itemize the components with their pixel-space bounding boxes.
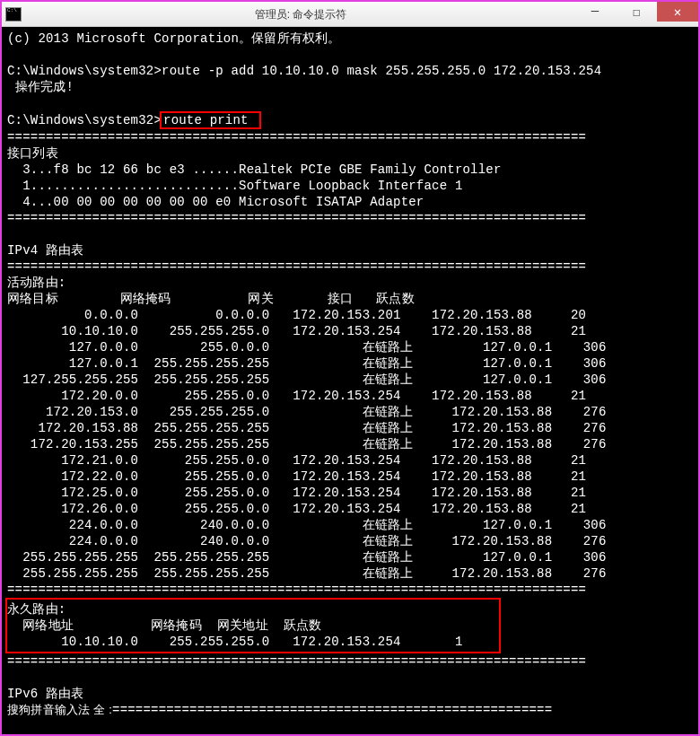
route-row: 127.0.0.1 255.255.255.255 在链路上 127.0.0.1…: [7, 356, 607, 371]
divider-6: ========================================…: [112, 703, 552, 717]
route-row: 255.255.255.255 255.255.255.255 在链路上 127…: [7, 550, 607, 565]
route-row: 224.0.0.0 240.0.0.0 在链路上 172.20.153.88 2…: [7, 534, 607, 548]
copyright-line: (c) 2013 Microsoft Corporation。保留所有权利。: [7, 31, 341, 46]
route-row: 255.255.255.255 255.255.255.255 在链路上 172…: [7, 566, 607, 581]
window-title: 管理员: 命令提示符: [255, 8, 347, 21]
route-row: 172.22.0.0 255.255.0.0 172.20.153.254 17…: [7, 469, 586, 484]
titlebar-buttons: ─ ☐ ✕: [574, 2, 698, 26]
route-row: 127.0.0.0 255.0.0.0 在链路上 127.0.0.1 306: [7, 340, 607, 355]
ipv4-header: IPv4 路由表: [7, 243, 84, 258]
maximize-button[interactable]: ☐: [616, 2, 657, 22]
persistent-route-row: 10.10.10.0 255.255.255.0 172.20.153.254 …: [7, 635, 462, 649]
route-row: 127.255.255.255 255.255.255.255 在链路上 127…: [7, 372, 607, 387]
titlebar-left: [2, 7, 27, 22]
active-routes-header: 活动路由:: [7, 276, 66, 290]
route-row: 172.20.0.0 255.255.0.0 172.20.153.254 17…: [7, 389, 586, 403]
route-row: 172.26.0.0 255.255.0.0 172.20.153.254 17…: [7, 502, 586, 516]
cmd-icon: [5, 7, 22, 22]
interface-2: 4...00 00 00 00 00 00 00 e0 Microsoft IS…: [7, 195, 424, 209]
route-row: 172.20.153.0 255.255.255.0 在链路上 172.20.1…: [7, 405, 607, 419]
prompt-1: C:\Windows\system32>: [7, 64, 162, 78]
route-row: 172.21.0.0 255.255.0.0 172.20.153.254 17…: [7, 453, 586, 468]
persistent-header: 永久路由:: [7, 602, 66, 617]
command-prompt-window: 管理员: 命令提示符 ─ ☐ ✕ (c) 2013 Microsoft Corp…: [2, 2, 698, 734]
route-row: 10.10.10.0 255.255.255.0 172.20.153.254 …: [7, 324, 586, 338]
route-row: 172.20.153.88 255.255.255.255 在链路上 172.2…: [7, 421, 607, 435]
divider-1: ========================================…: [7, 130, 586, 145]
divider-4: ========================================…: [7, 583, 586, 597]
interface-0: 3...f8 bc 12 66 bc e3 ......Realtek PCIe…: [7, 162, 502, 177]
route-row: 224.0.0.0 240.0.0.0 在链路上 127.0.0.1 306: [7, 518, 607, 532]
titlebar: 管理员: 命令提示符 ─ ☐ ✕: [2, 2, 698, 27]
route-columns: 网络目标 网络掩码 网关 接口 跃点数: [7, 292, 415, 306]
result-1: 操作完成!: [7, 80, 74, 94]
ipv6-header: IPv6 路由表: [7, 687, 84, 701]
divider-2: ========================================…: [7, 211, 586, 225]
terminal-content[interactable]: (c) 2013 Microsoft Corporation。保留所有权利。 C…: [2, 27, 698, 734]
route-row: 0.0.0.0 0.0.0.0 172.20.153.201 172.20.15…: [7, 308, 586, 322]
titlebar-title-wrap: 管理员: 命令提示符: [27, 6, 574, 22]
route-row: 172.25.0.0 255.255.0.0 172.20.153.254 17…: [7, 486, 586, 500]
minimize-button[interactable]: ─: [574, 2, 616, 22]
highlighted-command: route print: [160, 111, 261, 129]
prompt-2: C:\Windows\system32>: [7, 113, 162, 127]
persistent-columns: 网络地址 网络掩码 网关地址 跃点数: [7, 618, 322, 633]
persistent-routes-highlight: 永久路由: 网络地址 网络掩码 网关地址 跃点数 10.10.10.0 255.…: [5, 598, 501, 653]
route-row: 172.20.153.255 255.255.255.255 在链路上 172.…: [7, 437, 607, 451]
interface-1: 1...........................Software Loo…: [7, 179, 462, 193]
interface-list-header: 接口列表: [7, 146, 58, 161]
divider-5: ========================================…: [7, 654, 586, 669]
ime-status-bar: 搜狗拼音输入法 全 :: [7, 703, 112, 716]
divider-3: ========================================…: [7, 259, 586, 274]
close-button[interactable]: ✕: [657, 2, 698, 22]
command-1: route -p add 10.10.10.0 mask 255.255.255…: [162, 64, 601, 78]
